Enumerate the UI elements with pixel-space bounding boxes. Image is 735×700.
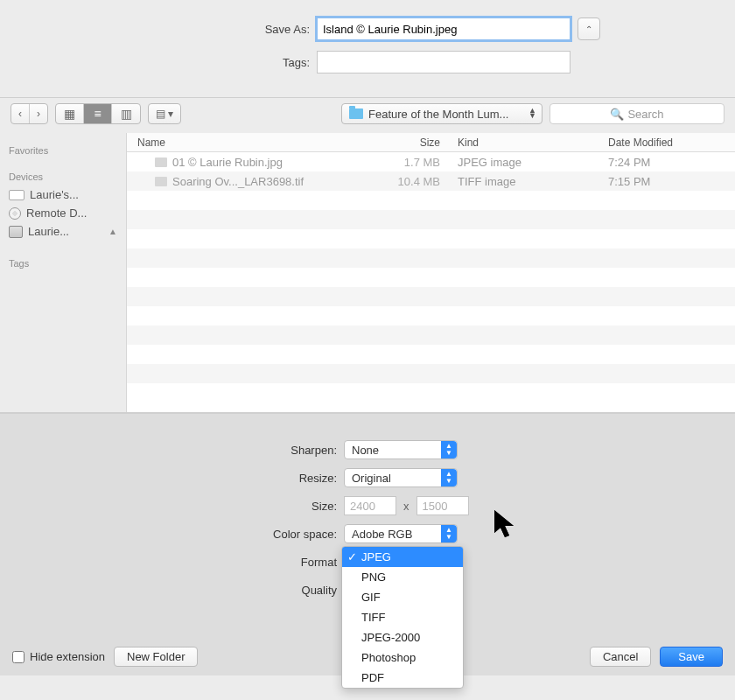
sidebar: Favorites Devices Laurie's... Remote D..… <box>0 133 127 412</box>
dropdown-item[interactable]: PNG <box>342 567 463 587</box>
hide-extension-box[interactable] <box>12 651 24 663</box>
column-view-button[interactable]: ▥ <box>112 104 140 123</box>
file-icon <box>155 158 167 167</box>
chevron-updown-icon: ▲▼ <box>441 525 457 542</box>
chevron-updown-icon: ▲▼ <box>441 469 457 486</box>
saveas-label: Save As: <box>135 23 310 36</box>
eject-icon[interactable]: ▲ <box>108 227 117 236</box>
sidebar-item-label: Remote D... <box>26 206 87 220</box>
search-input[interactable]: 🔍 Search <box>550 103 724 124</box>
search-placeholder: Search <box>627 108 663 121</box>
dimension-separator: x <box>403 500 410 513</box>
format-label: Format <box>22 556 337 569</box>
new-folder-button[interactable]: New Folder <box>114 647 198 667</box>
search-icon: 🔍 <box>610 108 624 121</box>
chevron-updown-icon: ▲▼ <box>528 108 536 118</box>
cancel-button[interactable]: Cancel <box>590 647 651 667</box>
sidebar-item-device[interactable]: Laurie's... <box>0 186 126 204</box>
disc-icon <box>9 207 21 220</box>
tags-label: Tags: <box>135 56 310 69</box>
chevron-updown-icon: ▲▼ <box>441 441 457 458</box>
harddrive-icon <box>9 226 23 238</box>
list-view-button[interactable]: ≡ <box>84 104 112 123</box>
tags-input[interactable] <box>317 51 570 74</box>
chevron-up-icon[interactable]: ⌃ <box>578 18 600 40</box>
laptop-icon <box>9 190 24 200</box>
folder-location-popup[interactable]: Feature of the Month Lum... ▲▼ <box>341 103 542 124</box>
save-button[interactable]: Save <box>660 647 723 667</box>
sidebar-favorites-header: Favorites <box>0 140 126 159</box>
col-size-header[interactable]: Size <box>381 136 451 149</box>
sidebar-devices-header: Devices <box>0 166 126 186</box>
group-by-button[interactable]: ▤ ▾ <box>148 103 181 124</box>
dropdown-item[interactable]: JPEG <box>342 547 463 567</box>
view-toggle[interactable]: ▦ ≡ ▥ <box>55 103 141 124</box>
file-list-header: Name Size Kind Date Modified <box>127 133 735 152</box>
colorspace-label: Color space: <box>22 528 337 541</box>
folder-icon <box>349 108 363 119</box>
saveas-input[interactable] <box>317 18 570 40</box>
sidebar-item-device[interactable]: Remote D... <box>0 204 126 222</box>
back-button[interactable]: ‹ <box>11 104 30 123</box>
quality-label: Quality <box>22 584 337 597</box>
dropdown-item[interactable]: PDF <box>342 668 463 688</box>
col-name-header[interactable]: Name <box>127 136 381 149</box>
format-dropdown[interactable]: JPEG PNG GIF TIFF JPEG-2000 Photoshop PD… <box>341 546 464 689</box>
dropdown-item[interactable]: Photoshop <box>342 648 463 668</box>
sidebar-item-label: Laurie's... <box>30 188 79 201</box>
resize-label: Resize: <box>22 472 337 485</box>
svg-marker-2 <box>494 510 514 537</box>
sharpen-select[interactable]: None ▲▼ <box>344 440 458 459</box>
folder-label: Feature of the Month Lum... <box>368 108 508 121</box>
sidebar-tags-header: Tags <box>0 253 126 272</box>
col-date-header[interactable]: Date Modified <box>591 136 735 149</box>
nav-back-forward[interactable]: ‹ › <box>10 103 48 124</box>
height-input[interactable] <box>416 496 469 515</box>
dropdown-item[interactable]: GIF <box>342 587 463 607</box>
icon-view-button[interactable]: ▦ <box>56 104 84 123</box>
sidebar-item-label: Laurie... <box>28 225 69 238</box>
table-row[interactable]: Soaring Ov..._LAR3698.tif 10.4 MB TIFF i… <box>127 172 735 191</box>
dropdown-item[interactable]: JPEG-2000 <box>342 627 463 648</box>
table-row[interactable]: 01 © Laurie Rubin.jpg 1.7 MB JPEG image … <box>127 152 735 172</box>
forward-button[interactable]: › <box>30 104 47 123</box>
hide-extension-checkbox[interactable]: Hide extension <box>12 650 105 663</box>
col-kind-header[interactable]: Kind <box>451 136 591 149</box>
dropdown-item[interactable]: TIFF <box>342 607 463 627</box>
colorspace-select[interactable]: Adobe RGB ▲▼ <box>344 524 458 543</box>
resize-select[interactable]: Original ▲▼ <box>344 468 458 487</box>
sharpen-label: Sharpen: <box>22 444 337 457</box>
width-input[interactable] <box>344 496 396 515</box>
size-label: Size: <box>22 500 337 513</box>
file-icon <box>155 177 167 186</box>
cursor-icon <box>493 508 519 540</box>
sidebar-item-device[interactable]: Laurie... ▲ <box>0 222 126 241</box>
